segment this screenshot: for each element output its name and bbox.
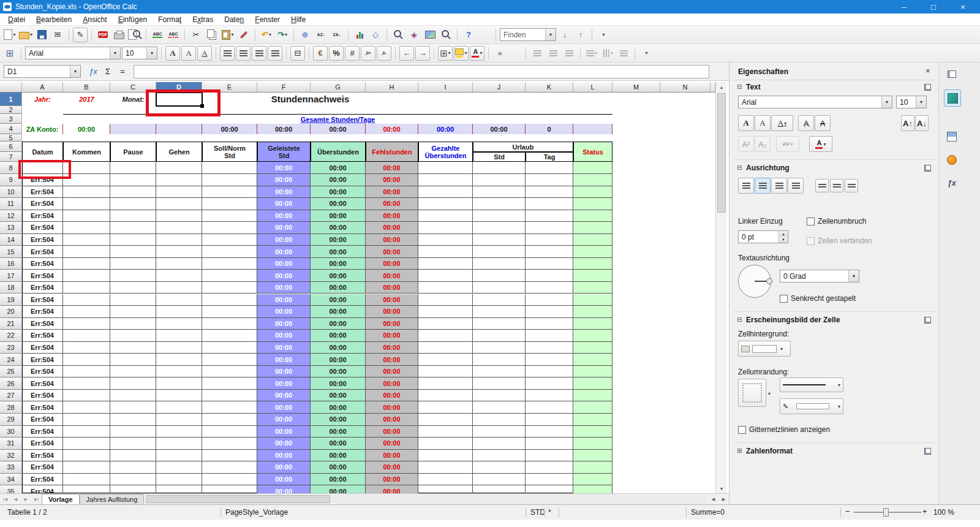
cell-A27[interactable]: Err:504 — [22, 390, 63, 402]
cell-B35[interactable] — [63, 485, 110, 493]
zoom-button[interactable] — [439, 28, 453, 42]
cell-E29[interactable] — [202, 414, 257, 426]
row-number-31[interactable]: 31 — [0, 438, 22, 450]
dial-handle[interactable] — [766, 278, 772, 284]
cell-G21[interactable]: 00:00 — [311, 318, 366, 330]
formula-input[interactable] — [134, 65, 709, 78]
cell-F9[interactable]: 00:00 — [257, 174, 311, 186]
cell-J29[interactable] — [473, 414, 526, 426]
cell-B19[interactable] — [63, 294, 110, 306]
cell-E4[interactable]: 00:00 — [202, 124, 257, 134]
sidebar-font-size-value[interactable]: 10 — [897, 98, 916, 107]
row-number-17[interactable]: 17 — [0, 270, 22, 282]
align-justify-button[interactable] — [268, 46, 282, 61]
sidebar-font-name-value[interactable]: Arial — [739, 98, 881, 107]
cell-K35[interactable] — [526, 485, 573, 493]
cell-D27[interactable] — [156, 390, 202, 402]
cell-G23[interactable]: 00:00 — [311, 342, 366, 354]
cell-H8[interactable]: 00:00 — [366, 162, 418, 174]
menu-format[interactable]: Format — [153, 14, 187, 25]
cell-C20[interactable] — [110, 306, 156, 318]
align-top-button[interactable] — [530, 46, 545, 61]
cell-G33[interactable]: 00:00 — [311, 461, 366, 474]
cell-H18[interactable]: 00:00 — [366, 282, 418, 294]
cell-F34[interactable]: 00:00 — [257, 474, 311, 486]
sidebar-underline-button[interactable]: A▾ — [771, 115, 793, 131]
cell-B1[interactable]: 2017 — [63, 93, 110, 106]
vertical-scroll-thumb[interactable] — [717, 93, 726, 213]
cell-H16[interactable]: 00:00 — [366, 258, 418, 270]
dropdown-icon[interactable]: ▾ — [823, 142, 826, 147]
cell-L26[interactable] — [573, 377, 612, 390]
close-button[interactable]: × — [951, 0, 975, 13]
cell-A9[interactable]: Err:504 — [22, 174, 63, 186]
cell-L31[interactable] — [573, 438, 612, 450]
cell-A32[interactable]: Err:504 — [22, 450, 63, 462]
column-letter-K[interactable]: K — [526, 82, 573, 93]
sum-button[interactable]: Σ — [100, 65, 115, 78]
navigator-button[interactable]: ◈ — [407, 28, 421, 42]
undo-button[interactable]: ↶▾ — [259, 28, 274, 42]
maximize-button[interactable]: □ — [921, 0, 946, 13]
merge-cells-button[interactable]: ⊟ — [290, 46, 305, 61]
cell-C1[interactable]: Monat: — [110, 93, 156, 106]
deck-gallery-button[interactable] — [944, 152, 960, 168]
cell-I4[interactable]: 00:00 — [418, 124, 473, 134]
cell-G9[interactable]: 00:00 — [311, 174, 366, 186]
cell-appearance-section-title[interactable]: Erscheinungsbild der Zelle — [746, 316, 840, 324]
cell-C24[interactable] — [110, 354, 156, 366]
cell-F16[interactable]: 00:00 — [257, 258, 311, 270]
cell-E25[interactable] — [202, 366, 257, 378]
cell-background-color-button[interactable]: ▾ — [738, 341, 791, 357]
row-number-14[interactable]: 14 — [0, 234, 22, 246]
font-name-combo[interactable]: Arial▾ — [25, 47, 121, 59]
cell-I20[interactable] — [418, 306, 473, 318]
cell-G13[interactable]: 00:00 — [311, 222, 366, 234]
dropdown-icon[interactable]: ▾ — [595, 50, 597, 56]
cell-B27[interactable] — [63, 390, 110, 402]
cell-I34[interactable] — [418, 474, 473, 486]
cell-D13[interactable] — [156, 222, 202, 234]
cell-E35[interactable] — [202, 485, 257, 493]
cell-G28[interactable]: 00:00 — [311, 401, 366, 414]
number-currency-button[interactable]: € — [313, 46, 328, 61]
row-number-12[interactable]: 12 — [0, 210, 22, 222]
sidebar-settings-button[interactable] — [944, 66, 960, 82]
number-dialog-launcher-icon[interactable] — [924, 448, 931, 455]
find-toolbar-input[interactable]: Finden▾ — [500, 28, 556, 41]
selection-mode-status[interactable]: STD — [530, 508, 545, 517]
deck-styles-button[interactable] — [944, 129, 960, 145]
cell-D8[interactable] — [156, 162, 202, 174]
cell-D20[interactable] — [156, 306, 202, 318]
cell-I29[interactable] — [418, 414, 473, 426]
cell-E24[interactable] — [202, 354, 257, 366]
bold-button[interactable]: A — [165, 46, 180, 61]
cell-J27[interactable] — [473, 390, 526, 402]
cell-H23[interactable]: 00:00 — [366, 342, 418, 354]
cell-L15[interactable] — [573, 246, 612, 258]
column-header-pause[interactable]: Pause — [110, 142, 156, 162]
cell-K16[interactable] — [526, 258, 573, 270]
cell-B13[interactable] — [63, 222, 110, 234]
cell-H9[interactable]: 00:00 — [366, 174, 418, 186]
cell-I18[interactable] — [418, 282, 473, 294]
scroll-up-button[interactable]: ▲ — [716, 82, 727, 92]
cell-C27[interactable] — [110, 390, 156, 402]
cell-G20[interactable]: 00:00 — [311, 306, 366, 318]
expand-number-section-icon[interactable]: ⊞ — [737, 447, 742, 454]
cell-C25[interactable] — [110, 366, 156, 378]
cell-I14[interactable] — [418, 234, 473, 246]
cell-E27[interactable] — [202, 390, 257, 402]
cell-A14[interactable]: Err:504 — [22, 234, 63, 246]
cell-A31[interactable]: Err:504 — [22, 438, 63, 450]
edit-mode-button[interactable]: ✎ — [73, 28, 88, 42]
cell-B10[interactable] — [63, 186, 110, 199]
collapse-alignment-section-icon[interactable]: ⊟ — [737, 164, 742, 171]
cell-G30[interactable]: 00:00 — [311, 426, 366, 438]
previous-sheet-button[interactable]: ◀ — [10, 494, 21, 504]
cell-G31[interactable]: 00:00 — [311, 438, 366, 450]
cell-B18[interactable] — [63, 282, 110, 294]
cell-E15[interactable] — [202, 246, 257, 258]
cell-C18[interactable] — [110, 282, 156, 294]
cell-A35[interactable]: Err:504 — [22, 485, 63, 493]
